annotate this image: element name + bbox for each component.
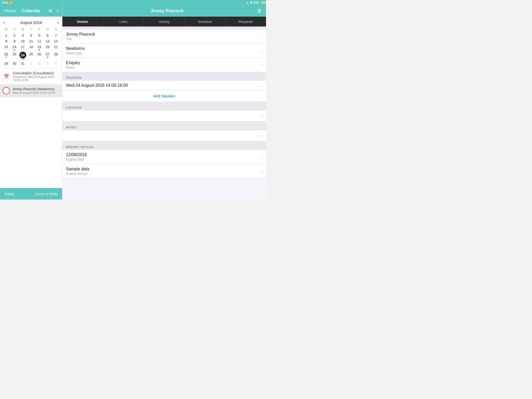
weekday-t2: T: [27, 27, 35, 31]
calendar-day[interactable]: 5: [35, 32, 43, 38]
location-chevron: ›: [261, 114, 262, 118]
location-row[interactable]: ›: [62, 110, 266, 122]
calendar-day[interactable]: 10: [19, 38, 27, 44]
calendar-day[interactable]: 1: [27, 61, 35, 66]
calendar-day[interactable]: 18: [27, 44, 35, 51]
calendar-day[interactable]: 2: [35, 61, 43, 66]
name-row[interactable]: Jimmy Peacock Title ›: [62, 29, 266, 44]
enquiry-header: ENQUIRY DETAILS: [62, 144, 266, 150]
spacer-top: [62, 26, 266, 29]
event-item-jimmy[interactable]: Jimmy Peacock (Newborns) Wed 24 August 2…: [0, 84, 62, 97]
weekday-s1: S: [43, 27, 52, 31]
location-header: LOCATION: [62, 104, 266, 110]
right-navbar: Jimmy Peacock 🗑: [62, 5, 266, 17]
name-label: Title: [66, 37, 95, 41]
tab-schedule[interactable]: Schedule: [185, 17, 225, 26]
calendar-day[interactable]: 4: [52, 61, 60, 66]
enquiry-date-row[interactable]: 12/08/2016 Enquiry Date ›: [62, 150, 266, 164]
calendar-day[interactable]: 2: [10, 32, 19, 38]
settings-icon[interactable]: ⚙: [48, 8, 52, 14]
calendar-day[interactable]: 1: [2, 32, 10, 38]
calendar-day[interactable]: 19: [35, 44, 43, 51]
tab-activity-label: Activity: [159, 20, 169, 24]
calendar-day[interactable]: 17: [19, 44, 27, 51]
event-content-consultation: Consultation (Consultation) Confirmed, W…: [13, 71, 58, 82]
event-item-consultation[interactable]: 📅 Consultation (Consultation) Confirmed,…: [0, 69, 62, 84]
notes-chevron: ›: [261, 134, 262, 138]
calendar: ‹ August 2016 › M T W T F S S 1234567891…: [0, 17, 62, 69]
event-subtitle-jimmy: Wed 24 August 2016 14:00-16:00: [12, 91, 58, 94]
battery-label: 53%: [254, 1, 259, 4]
enquiry-source-row[interactable]: Sample data Enquiry Source ›: [62, 164, 266, 178]
tab-activity[interactable]: Activity: [144, 17, 185, 26]
event-chevron-jimmy: ›: [58, 89, 59, 93]
calendar-day[interactable]: 27: [43, 51, 52, 61]
session-chevron: ›: [261, 83, 262, 88]
enquiry-source-label: Enquiry Source: [66, 172, 89, 176]
spacer-sessions: [62, 72, 266, 75]
wifi-icon: 📶: [9, 1, 13, 4]
tab-links[interactable]: Links: [103, 17, 144, 26]
trash-icon[interactable]: 🗑: [257, 8, 262, 14]
status-row[interactable]: Enquiry Status ›: [62, 58, 266, 72]
weekday-t1: T: [10, 27, 19, 31]
calendar-day[interactable]: 29: [2, 61, 10, 66]
calendar-day[interactable]: 20: [43, 44, 52, 51]
calendar-day[interactable]: 21: [52, 44, 60, 51]
calendar-day[interactable]: 7: [52, 32, 60, 38]
calendar-day[interactable]: 3: [43, 61, 52, 66]
calendar-day[interactable]: 25: [27, 51, 35, 61]
event-circle-icon-jimmy: [3, 87, 10, 94]
event-list: 📅 Consultation (Consultation) Confirmed,…: [0, 69, 62, 188]
jump-to-date-button[interactable]: Jump to Date: [35, 192, 58, 196]
calendar-day[interactable]: 16: [10, 44, 19, 51]
tab-requests-label: Requests: [239, 20, 253, 24]
notes-row[interactable]: ›: [62, 130, 266, 141]
shoot-type-row[interactable]: Newborns Shoot Type ›: [62, 43, 266, 58]
add-event-icon[interactable]: +: [56, 8, 59, 14]
enquiry-date-chevron: ›: [261, 155, 262, 159]
calendar-title: Calendar: [22, 8, 41, 14]
event-subtitle-consultation: Confirmed, Wed 24 August 2016 10:05-10:5…: [13, 75, 58, 82]
calendar-prev-button[interactable]: ‹: [3, 20, 5, 25]
calendar-day[interactable]: 8: [2, 38, 10, 44]
back-button[interactable]: ‹ Home: [3, 9, 16, 13]
calendar-day[interactable]: 13: [43, 38, 52, 44]
calendar-day[interactable]: 6: [43, 32, 52, 38]
location-icon: ▲: [246, 1, 249, 4]
today-button[interactable]: Today: [4, 192, 15, 196]
weekday-s2: S: [52, 27, 60, 31]
event-calendar-icon: 📅: [3, 72, 10, 80]
tab-requests[interactable]: Requests: [225, 17, 266, 26]
calendar-month-year: August 2016: [20, 20, 42, 25]
calendar-day[interactable]: 23: [10, 51, 19, 61]
enquiry-source-value: Sample data: [66, 167, 89, 171]
calendar-day[interactable]: 28: [52, 51, 60, 61]
calendar-day[interactable]: 30: [10, 61, 19, 66]
calendar-day[interactable]: 3: [19, 32, 27, 38]
event-chevron-consultation: ›: [58, 74, 59, 78]
tab-details[interactable]: Details: [62, 17, 103, 26]
calendar-day[interactable]: 26: [35, 51, 43, 61]
left-bottom-bar: Today Jump to Date: [0, 188, 62, 200]
calendar-day[interactable]: 12: [35, 38, 43, 44]
calendar-day[interactable]: 9: [10, 38, 19, 44]
weekday-m: M: [2, 27, 10, 31]
calendar-next-button[interactable]: ›: [57, 20, 59, 25]
calendar-day[interactable]: 24: [19, 51, 27, 61]
spacer-notes: [62, 122, 266, 124]
calendar-day[interactable]: 15: [2, 44, 10, 51]
calendar-day[interactable]: 31: [19, 61, 27, 66]
calendar-day[interactable]: 14: [52, 38, 60, 44]
ipad-label: iPad: [2, 1, 8, 4]
session-row[interactable]: Wed 24 August 2016 14:00-16:00 ›: [62, 80, 266, 91]
back-label: Home: [5, 9, 16, 13]
calendar-day[interactable]: 22: [2, 51, 10, 61]
left-navbar: ‹ Home Calendar ⚙ +: [0, 5, 62, 17]
main-layout: ‹ Home Calendar ⚙ + ‹ August 2016 › M T …: [0, 5, 266, 200]
enquiry-date-value: 12/08/2016: [66, 152, 87, 157]
calendar-day[interactable]: 11: [27, 38, 35, 44]
back-chevron-icon: ‹: [3, 9, 4, 13]
calendar-day[interactable]: 4: [27, 32, 35, 38]
add-session-button[interactable]: Add Session: [62, 90, 266, 102]
